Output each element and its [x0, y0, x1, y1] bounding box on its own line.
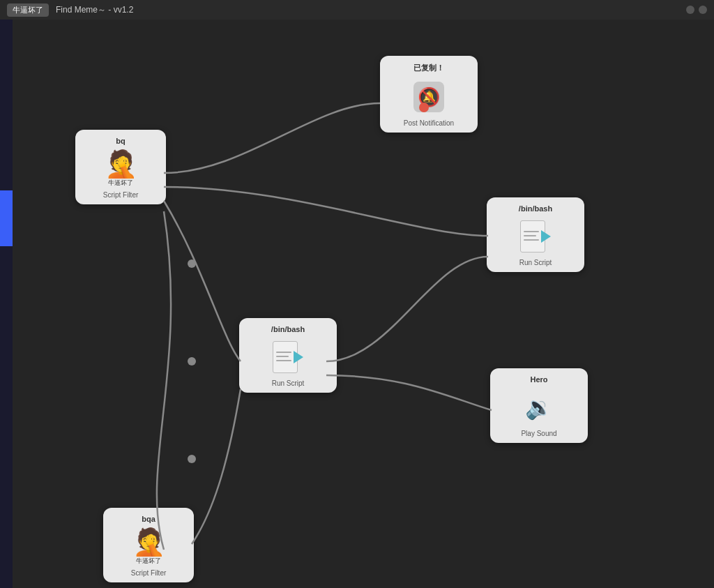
node-icon-runscript1 — [516, 217, 555, 256]
workflow-canvas: bq 🤦 牛逼坏了 Script Filter 已复制！ 🔕 Post Noti… — [0, 20, 714, 588]
node-icon-bqa: 🤦 牛逼坏了 — [129, 527, 168, 566]
node-title-bqa: bqa — [142, 515, 155, 523]
connections-layer — [0, 20, 714, 588]
app-label: 牛逼坏了 — [7, 3, 49, 17]
node-label-runscript1: Run Script — [519, 259, 552, 266]
node-label-bq: Script Filter — [103, 191, 139, 199]
node-title-hero: Hero — [530, 375, 547, 384]
paper-line — [276, 360, 291, 361]
node-icon-hero: 🔉 — [519, 388, 559, 427]
node-hero-play-sound[interactable]: Hero 🔉 Play Sound — [490, 368, 588, 443]
node-icon-runscript2 — [268, 338, 307, 377]
svg-point-1 — [188, 357, 196, 365]
maximize-btn[interactable] — [699, 6, 707, 14]
meme-text-bq: 牛逼坏了 — [105, 179, 137, 188]
svg-point-2 — [188, 455, 196, 463]
paper-line — [276, 352, 291, 353]
svg-point-0 — [188, 259, 196, 268]
paper-line — [524, 235, 536, 236]
sound-icon: 🔉 — [525, 394, 553, 421]
left-panel-accent — [0, 190, 13, 246]
script-arrow-1 — [541, 230, 551, 243]
notification-red-dot — [419, 103, 429, 112]
meme-text-bqa: 牛逼坏了 — [132, 557, 165, 566]
node-title-runscript1: /bin/bash — [519, 204, 552, 213]
node-label-runscript2: Run Script — [272, 379, 305, 387]
window-title: Find Meme～ - vv1.2 — [56, 4, 133, 16]
paper-line — [524, 239, 539, 241]
title-bar: 牛逼坏了 Find Meme～ - vv1.2 — [0, 0, 714, 20]
node-icon-notification: 🔕 — [409, 77, 448, 116]
script-doc-2 — [273, 339, 303, 375]
node-run-script-2[interactable]: /bin/bash Run Script — [239, 318, 337, 393]
node-label-bqa: Script Filter — [131, 569, 167, 577]
node-run-script-1[interactable]: /bin/bash Run Script — [487, 197, 584, 272]
node-title-bq: bq — [116, 137, 125, 145]
paper-line — [276, 356, 289, 357]
paper-line — [524, 231, 539, 232]
node-script-filter-bq[interactable]: bq 🤦 牛逼坏了 Script Filter — [75, 130, 166, 204]
left-panel — [0, 20, 13, 588]
script-arrow-2 — [294, 351, 303, 363]
minimize-btn[interactable] — [686, 6, 694, 14]
node-post-notification[interactable]: 已复制！ 🔕 Post Notification — [380, 56, 478, 133]
node-label-notification: Post Notification — [404, 119, 454, 127]
window-controls — [686, 6, 707, 14]
node-script-filter-bqa[interactable]: bqa 🤦 牛逼坏了 Script Filter — [103, 508, 194, 582]
node-label-hero: Play Sound — [521, 430, 556, 437]
node-icon-bq: 🤦 牛逼坏了 — [101, 149, 140, 188]
script-doc-1 — [520, 218, 551, 255]
node-title-notification: 已复制！ — [413, 63, 444, 73]
notification-icon-bg: 🔕 — [413, 82, 444, 112]
node-title-runscript2: /bin/bash — [271, 325, 305, 333]
